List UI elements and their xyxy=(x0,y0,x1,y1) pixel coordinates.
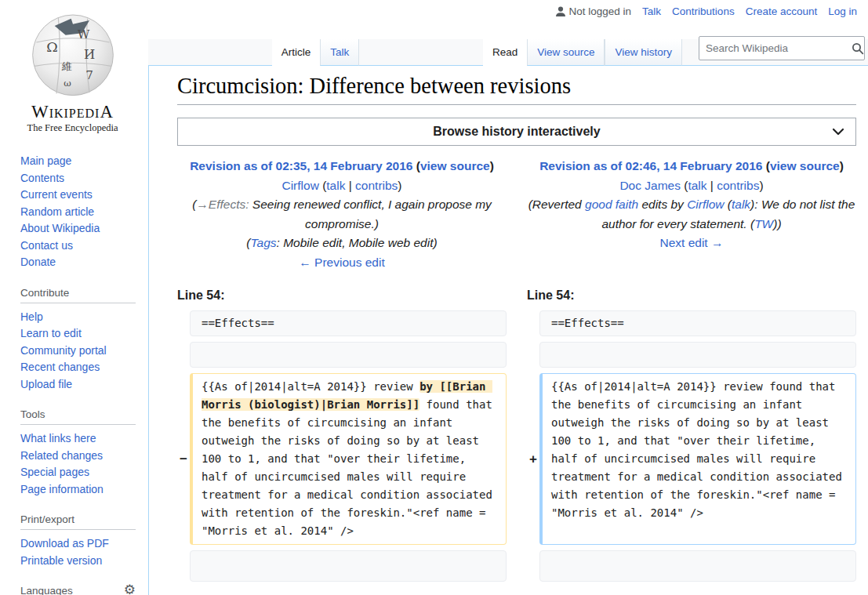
new-user-link[interactable]: Doc James xyxy=(619,179,681,192)
browse-history-bar[interactable]: Browse history interactively xyxy=(177,118,856,146)
personal-link-create-account[interactable]: Create account xyxy=(746,5,818,17)
page-title: Circumcision: Difference between revisio… xyxy=(177,74,856,105)
sidebar-item-what-links-here[interactable]: What links here xyxy=(20,432,96,444)
previous-edit-line: ← Previous edit xyxy=(177,253,507,273)
diff-gap xyxy=(507,373,527,545)
text-paren: ) xyxy=(433,236,437,249)
text-paren: ) xyxy=(375,217,379,230)
added-line-marker: + xyxy=(527,373,539,545)
sidebar-item-contact-us[interactable]: Contact us xyxy=(20,239,73,252)
next-edit-link[interactable]: Next edit → xyxy=(660,236,724,249)
diff-marker-empty xyxy=(527,310,539,336)
tab-view-source[interactable]: View source xyxy=(527,39,605,66)
deleted-text-post: found that the benefits of circumcising … xyxy=(202,398,499,537)
diff-gap xyxy=(507,550,527,582)
sidebar-item-printable-version[interactable]: Printable version xyxy=(20,554,102,567)
old-revision-link[interactable]: Revision as of 02:35, 14 February 2016 xyxy=(190,159,412,172)
old-tags-link[interactable]: Tags xyxy=(251,236,277,249)
sidebar-item-upload-file[interactable]: Upload file xyxy=(20,378,72,390)
tab-talk-label: Talk xyxy=(330,46,349,58)
search-button[interactable] xyxy=(851,37,864,60)
next-edit-line: Next edit → xyxy=(527,234,856,253)
good-faith-link[interactable]: good faith xyxy=(585,198,638,211)
new-user-talk-link[interactable]: talk xyxy=(688,179,706,192)
left-line-number-header: Line 54: xyxy=(177,286,507,305)
sidebar-item-donate[interactable]: Donate xyxy=(20,256,56,268)
svg-text:W: W xyxy=(77,27,89,42)
login-status-label: Not logged in xyxy=(569,5,632,17)
old-user-talk-link[interactable]: talk xyxy=(326,179,345,192)
diff-context-line-right: ==Effects== xyxy=(539,310,856,336)
svg-text:ω: ω xyxy=(64,78,71,89)
new-revision-link[interactable]: Revision as of 02:46, 14 February 2016 xyxy=(539,159,762,172)
text-pipe: | xyxy=(345,179,355,192)
new-view-source-link[interactable]: view source xyxy=(770,159,840,172)
tab-spacer xyxy=(148,39,272,66)
sidebar-item-related-changes[interactable]: Related changes xyxy=(20,449,103,462)
reverted-user-talk-link[interactable]: talk xyxy=(732,198,750,211)
old-view-source-link[interactable]: view source xyxy=(420,159,490,172)
tab-talk[interactable]: Talk xyxy=(320,39,359,66)
tab-view-history-label: View history xyxy=(615,46,672,58)
reverted-user-link[interactable]: Cirflow xyxy=(687,198,724,211)
sidebar-heading-print-export: Print/export xyxy=(20,513,136,530)
svg-text:Ω: Ω xyxy=(46,39,58,55)
tab-article[interactable]: Article xyxy=(272,39,321,66)
diff-gap xyxy=(507,310,527,336)
diff-marker-empty xyxy=(527,550,539,582)
sidebar-item-page-information[interactable]: Page information xyxy=(20,483,104,495)
revision-headers: Revision as of 02:35, 14 February 2016 (… xyxy=(177,157,856,272)
sidebar-item-random-article[interactable]: Random article xyxy=(20,205,94,218)
old-user-contribs-link[interactable]: contribs xyxy=(355,179,398,192)
sidebar-item-help[interactable]: Help xyxy=(20,310,43,323)
sidebar-item-recent-changes[interactable]: Recent changes xyxy=(20,361,100,373)
personal-bar: Not logged in Talk Contributions Create … xyxy=(555,5,857,17)
diff-deleted-line: {{As of|2014|alt=A 2014}} review by [[Br… xyxy=(190,373,507,545)
tab-view-history[interactable]: View history xyxy=(605,39,682,66)
sidebar-item-about-wikipedia[interactable]: About Wikipedia xyxy=(20,222,100,234)
sidebar-item-contents[interactable]: Contents xyxy=(20,172,64,184)
svg-text:7: 7 xyxy=(85,68,93,82)
login-status: Not logged in xyxy=(555,5,632,17)
personal-link-log-in[interactable]: Log in xyxy=(828,5,857,17)
old-section-link[interactable]: →Effects: xyxy=(196,198,249,211)
tab-article-label: Article xyxy=(281,46,311,58)
sidebar-section-tools: Tools What links here Related changes Sp… xyxy=(8,408,137,498)
browse-history-label: Browse history interactively xyxy=(433,125,600,139)
search-box xyxy=(699,36,865,60)
sidebar-item-community-portal[interactable]: Community portal xyxy=(20,344,107,357)
sidebar-section-print-export: Print/export Download as PDF Printable v… xyxy=(8,513,137,569)
personal-link-talk[interactable]: Talk xyxy=(642,5,661,17)
logo-wordmark: WikipediA xyxy=(10,102,136,122)
previous-edit-link[interactable]: ← Previous edit xyxy=(299,256,384,269)
wikipedia-logo[interactable]: Ω W И 維 7 ω WikipediA The Free Encyclope… xyxy=(10,9,136,134)
new-revision-user-line: Doc James (talk | contribs) xyxy=(527,176,856,196)
twinkle-link[interactable]: TW xyxy=(754,217,773,230)
sidebar-item-main-page[interactable]: Main page xyxy=(20,154,71,167)
chevron-down-icon xyxy=(832,127,844,136)
sidebar-item-download-as-pdf[interactable]: Download as PDF xyxy=(20,537,109,550)
search-icon xyxy=(852,42,864,55)
old-edit-summary: (→Effects: Seeing renewed conflict, I ag… xyxy=(177,195,507,234)
sidebar-item-learn-to-edit[interactable]: Learn to edit xyxy=(20,327,82,339)
sidebar-item-special-pages[interactable]: Special pages xyxy=(20,466,89,478)
new-user-contribs-link[interactable]: contribs xyxy=(717,179,759,192)
old-user-link[interactable]: Cirflow xyxy=(281,179,318,192)
diff-marker-empty xyxy=(177,342,190,368)
text-pipe: | xyxy=(707,179,717,192)
tab-read[interactable]: Read xyxy=(483,39,527,66)
personal-link-contributions[interactable]: Contributions xyxy=(672,5,735,17)
language-settings-gear-icon[interactable]: ⚙ xyxy=(124,582,136,595)
text-paren: ( xyxy=(412,159,419,172)
tab-view-source-label: View source xyxy=(537,46,594,58)
sidebar-item-current-events[interactable]: Current events xyxy=(20,188,93,201)
new-edit-summary: (Reverted good faith edits by Cirflow (t… xyxy=(527,195,856,234)
diff-trailing-line-left xyxy=(190,550,507,582)
diff-marker-empty xyxy=(177,550,190,582)
sidebar-section-contribute: Contribute Help Learn to edit Community … xyxy=(8,287,137,394)
tab-spacer-middle xyxy=(359,39,483,66)
diff-empty-line-left xyxy=(190,342,507,368)
svg-text:維: 維 xyxy=(61,60,72,72)
text-paren: ( xyxy=(319,179,326,192)
search-input[interactable] xyxy=(699,42,851,54)
